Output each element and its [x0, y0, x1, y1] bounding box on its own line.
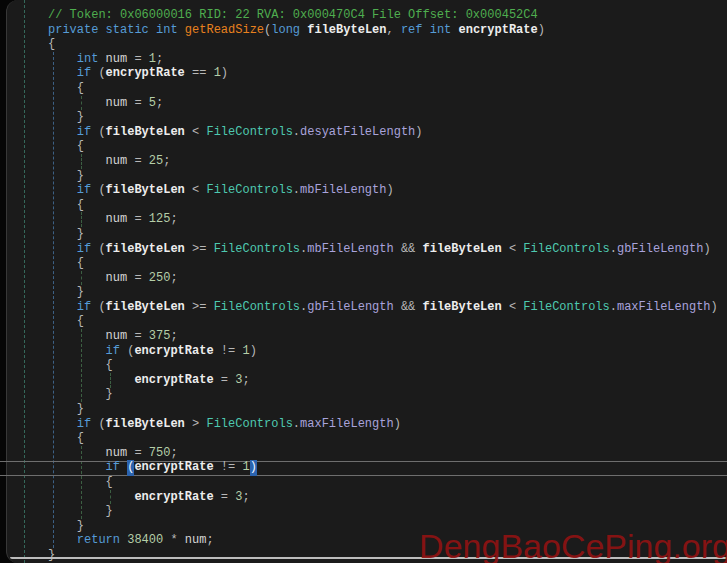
code-token-kw: if: [77, 417, 99, 432]
code-line[interactable]: {: [0, 198, 727, 213]
code-token-plain: {: [77, 431, 84, 446]
code-token-plain: (: [98, 417, 105, 432]
code-line[interactable]: {: [0, 431, 727, 446]
code-line[interactable]: {: [0, 314, 727, 329]
code-token-type: FileControls: [206, 125, 292, 140]
code-token-param: fileByteLen: [307, 23, 386, 38]
code-line[interactable]: }: [0, 387, 727, 402]
code-token-plain: }: [77, 285, 84, 300]
code-token-plain: (: [264, 23, 271, 38]
code-token-field: desyatFileLength: [300, 125, 415, 140]
code-line[interactable]: num = 750;: [0, 446, 727, 461]
code-token-plain: {: [106, 358, 113, 373]
code-token-plain: ;: [163, 154, 170, 169]
code-line[interactable]: encryptRate = 3;: [0, 373, 727, 388]
code-token-plain: ;: [242, 490, 249, 505]
code-line[interactable]: num = 375;: [0, 329, 727, 344]
code-token-num: 5: [149, 96, 156, 111]
code-token-kw: if: [77, 125, 99, 140]
code-line[interactable]: private static int getReadSize(long file…: [0, 23, 727, 38]
code-token-plain: }: [106, 504, 113, 519]
code-line[interactable]: {: [0, 475, 727, 490]
code-token-plain: !=: [214, 344, 243, 359]
code-token-plain: ): [250, 344, 257, 359]
code-token-plain: ): [386, 183, 393, 198]
code-token-field: gbFileLength: [307, 300, 393, 315]
code-token-plain: =: [127, 271, 149, 286]
code-line[interactable]: {: [0, 81, 727, 96]
code-token-kw: private static int: [48, 23, 185, 38]
code-line[interactable]: num = 25;: [0, 154, 727, 169]
code-line[interactable]: int num = 1;: [0, 52, 727, 67]
code-line[interactable]: }: [0, 169, 727, 184]
code-line[interactable]: }: [0, 285, 727, 300]
code-token-plain: ;: [242, 373, 249, 388]
code-line[interactable]: if (fileByteLen >= FileControls.mbFileLe…: [0, 242, 727, 257]
code-token-plain: .: [293, 417, 300, 432]
code-token-plain: }: [77, 402, 84, 417]
code-line[interactable]: }: [0, 504, 727, 519]
code-line[interactable]: encryptRate = 3;: [0, 490, 727, 505]
code-token-num: 25: [149, 154, 163, 169]
code-token-field: gbFileLength: [617, 242, 703, 257]
code-token-param: fileByteLen: [106, 417, 185, 432]
code-line[interactable]: if (fileByteLen < FileControls.mbFileLen…: [0, 183, 727, 198]
code-area[interactable]: // Token: 0x06000016 RID: 22 RVA: 0x0004…: [0, 8, 727, 563]
code-token-num: 38400: [127, 533, 163, 548]
code-token-plain: >: [185, 417, 207, 432]
code-token-field: maxFileLength: [300, 417, 394, 432]
code-line[interactable]: {: [0, 358, 727, 373]
code-token-plain: &&: [394, 300, 423, 315]
code-token-local: num: [106, 329, 128, 344]
code-token-plain: ;: [206, 533, 213, 548]
code-token-plain: <: [502, 242, 524, 257]
code-line[interactable]: if (fileByteLen < FileControls.desyatFil…: [0, 125, 727, 140]
code-line[interactable]: if (fileByteLen > FileControls.maxFileLe…: [0, 417, 727, 432]
code-line[interactable]: num = 125;: [0, 212, 727, 227]
code-line[interactable]: if (fileByteLen >= FileControls.gbFileLe…: [0, 300, 727, 315]
code-token-plain: }: [77, 227, 84, 242]
code-token-kw: int: [77, 52, 106, 67]
code-token-plain: =: [127, 52, 149, 67]
code-token-num: 125: [149, 212, 171, 227]
code-token-type: FileControls: [214, 242, 300, 257]
code-line[interactable]: if (encryptRate != 1): [0, 460, 727, 475]
code-line[interactable]: }: [0, 110, 727, 125]
code-line[interactable]: if (encryptRate == 1): [0, 66, 727, 81]
code-token-num: 250: [149, 271, 171, 286]
code-token-plain: {: [77, 198, 84, 213]
code-token-type: FileControls: [523, 242, 609, 257]
code-token-kw: if: [77, 183, 99, 198]
code-token-type: FileControls: [206, 417, 292, 432]
code-token-plain: }: [77, 169, 84, 184]
code-line[interactable]: }: [0, 402, 727, 417]
code-line[interactable]: }: [0, 227, 727, 242]
code-token-plain: *: [163, 533, 185, 548]
code-token-plain: =: [127, 154, 149, 169]
code-token-parenhl: (: [127, 460, 134, 476]
code-line[interactable]: if (encryptRate != 1): [0, 344, 727, 359]
code-token-plain: .: [300, 242, 307, 257]
code-line[interactable]: num = 5;: [0, 96, 727, 111]
code-token-local: num: [106, 446, 128, 461]
code-line[interactable]: {: [0, 256, 727, 271]
code-token-kw: if: [77, 66, 99, 81]
code-line[interactable]: // Token: 0x06000016 RID: 22 RVA: 0x0004…: [0, 8, 727, 23]
code-token-num: 3: [235, 490, 242, 505]
code-token-plain: ;: [156, 52, 163, 67]
code-token-plain: .: [293, 183, 300, 198]
code-line[interactable]: {: [0, 139, 727, 154]
code-token-kw: if: [106, 344, 128, 359]
code-token-comment: // Token: 0x06000016 RID: 22 RVA: 0x0004…: [48, 8, 538, 23]
code-token-plain: <: [185, 125, 207, 140]
code-token-plain: (: [98, 125, 105, 140]
code-token-plain: .: [610, 300, 617, 315]
code-token-type: FileControls: [214, 300, 300, 315]
code-token-local: num: [106, 52, 128, 67]
code-token-plain: ;: [170, 329, 177, 344]
code-line[interactable]: num = 250;: [0, 271, 727, 286]
code-line[interactable]: {: [0, 37, 727, 52]
code-token-num: 375: [149, 329, 171, 344]
code-token-plain: }: [77, 519, 84, 534]
code-token-plain: ;: [170, 446, 177, 461]
